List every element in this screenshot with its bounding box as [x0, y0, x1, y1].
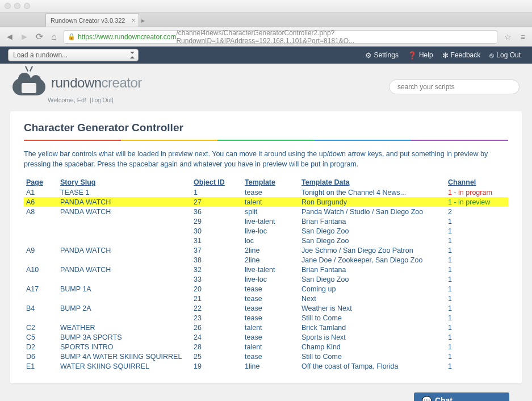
table-row[interactable]: B4BUMP 2A22teaseWeather is Next1: [24, 303, 508, 313]
address-bar[interactable]: 🔒 https://www.rundowncreator.com/channel…: [64, 30, 497, 44]
back-button[interactable]: ◄: [5, 32, 15, 42]
cell-page: [24, 216, 58, 226]
table-row[interactable]: 21teaseNext1: [24, 294, 508, 303]
help-link[interactable]: ❓Help: [408, 51, 433, 60]
table-row[interactable]: D2SPORTS INTRO28talentChamp Kind1: [24, 342, 508, 352]
cell-chan: 1 - in program: [446, 187, 508, 197]
table-row[interactable]: A8PANDA WATCH36splitPanda Watch / Studio…: [24, 207, 508, 216]
settings-link[interactable]: ⚙Settings: [365, 51, 399, 60]
logo[interactable]: rundowncreator: [12, 70, 142, 95]
table-row[interactable]: 31locSan Diego Zoo1: [24, 236, 508, 245]
cell-page: [24, 255, 58, 265]
header-page: Page: [24, 177, 58, 187]
table-row[interactable]: C2WEATHER26talentBrick Tamland1: [24, 323, 508, 332]
table-row[interactable]: 23teaseStill to Come1: [24, 313, 508, 323]
cell-obj: 32: [191, 265, 242, 274]
cell-data: Next: [299, 294, 446, 303]
cell-tpl: tease: [242, 352, 299, 361]
cell-page: D2: [24, 342, 58, 352]
header-slug: Story Slug: [58, 177, 191, 187]
cell-chan: 1: [446, 216, 508, 226]
url-path: /channel4news/CharacterGeneratorControll…: [176, 29, 493, 45]
table-row[interactable]: D6BUMP 4A WATER SKIING SQUIRREL25teaseSt…: [24, 352, 508, 361]
new-tab-icon[interactable]: ▸: [141, 16, 145, 27]
cell-slug: [58, 274, 191, 284]
cell-slug: PANDA WATCH: [58, 245, 191, 255]
cell-obj: 30: [191, 226, 242, 236]
cell-tpl: tease: [242, 332, 299, 342]
cell-page: A17: [24, 284, 58, 294]
cell-slug: BUMP 3A SPORTS: [58, 332, 191, 342]
help-label: Help: [419, 51, 433, 59]
browser-tab[interactable]: Rundown Creator v3.0.322 ×: [45, 13, 139, 27]
cell-tpl: talent: [242, 342, 299, 352]
table-row[interactable]: C5BUMP 3A SPORTS24teaseSports is Next1: [24, 332, 508, 342]
feedback-link[interactable]: ✻Feedback: [442, 51, 481, 60]
table-row[interactable]: A9PANDA WATCH372lineJoe Schmo / San Dieg…: [24, 245, 508, 255]
cell-data: Ron Burgundy: [299, 197, 446, 207]
forward-button[interactable]: ►: [19, 32, 30, 42]
cell-obj: 33: [191, 274, 242, 284]
cell-obj: 19: [191, 361, 242, 371]
cell-tpl: split: [242, 207, 299, 216]
cell-page: [24, 294, 58, 303]
cell-data: San Diego Zoo: [299, 274, 446, 284]
table-row[interactable]: 382lineJane Doe / Zookeeper, San Diego Z…: [24, 255, 508, 265]
cell-data: Brian Fantana: [299, 216, 446, 226]
cell-page: C5: [24, 332, 58, 342]
table-row[interactable]: A6PANDA WATCH27talentRon Burgundy1 - in …: [24, 197, 508, 207]
table-row[interactable]: 30live-locSan Diego Zoo1: [24, 226, 508, 236]
cell-obj: 20: [191, 284, 242, 294]
logout-small-link[interactable]: [Log Out]: [90, 97, 113, 103]
cell-slug: [58, 236, 191, 245]
header-template-data: Template Data: [299, 177, 446, 187]
cell-data: Tonight on the Channel 4 News...: [299, 187, 446, 197]
cell-slug: PANDA WATCH: [58, 265, 191, 274]
cell-data: Weather is Next: [299, 303, 446, 313]
bookmark-icon[interactable]: ☆: [502, 32, 514, 41]
cell-obj: 31: [191, 236, 242, 245]
cell-data: Champ Kind: [299, 342, 446, 352]
reload-button[interactable]: ⟳: [34, 32, 44, 42]
cell-slug: PANDA WATCH: [58, 197, 191, 207]
table-row[interactable]: A17BUMP 1A20teaseComing up1: [24, 284, 508, 294]
cell-data: Brian Fantana: [299, 265, 446, 274]
cell-data: Coming up: [299, 284, 446, 294]
logout-label: Log Out: [496, 51, 521, 59]
welcome-text: Welcome, Ed! [Log Out]: [48, 97, 142, 103]
close-window-dot[interactable]: [5, 3, 11, 9]
cell-tpl: 2line: [242, 255, 299, 265]
instructions-text: The yellow bar controls what will be loa…: [24, 149, 508, 169]
table-row[interactable]: 29live-talentBrian Fantana1: [24, 216, 508, 226]
close-tab-icon[interactable]: ×: [131, 16, 135, 24]
table-row[interactable]: A1TEASE 11teaseTonight on the Channel 4 …: [24, 187, 508, 197]
table-row[interactable]: A10PANDA WATCH32live-talentBrian Fantana…: [24, 265, 508, 274]
maximize-window-dot[interactable]: [24, 3, 30, 9]
cell-obj: 29: [191, 216, 242, 226]
browser-url-bar: ◄ ► ⟳ ⌂ 🔒 https://www.rundowncreator.com…: [0, 27, 532, 47]
search-input[interactable]: [389, 80, 520, 94]
cell-tpl: 2line: [242, 245, 299, 255]
browser-menu-icon[interactable]: ≡: [518, 32, 527, 41]
tab-title: Rundown Creator v3.0.322: [51, 17, 125, 24]
rundown-select[interactable]: Load a rundown...: [8, 49, 139, 61]
chat-icon: 💬: [422, 396, 432, 401]
cell-page: A9: [24, 245, 58, 255]
cell-data: Panda Watch / Studio / San Diego Zoo: [299, 207, 446, 216]
cell-slug: WEATHER: [58, 323, 191, 332]
minimize-window-dot[interactable]: [14, 3, 20, 9]
feedback-label: Feedback: [451, 51, 481, 59]
logout-link[interactable]: ⎋Log Out: [489, 51, 521, 60]
cell-slug: SPORTS INTRO: [58, 342, 191, 352]
cell-tpl: talent: [242, 197, 299, 207]
home-button[interactable]: ⌂: [49, 32, 59, 42]
help-icon: ❓: [408, 51, 417, 60]
table-row[interactable]: 33live-locSan Diego Zoo1: [24, 274, 508, 284]
cell-data: Sports is Next: [299, 332, 446, 342]
lock-icon: 🔒: [68, 33, 76, 40]
cell-chan: 1: [446, 245, 508, 255]
chat-button[interactable]: 💬 Chat: [414, 392, 509, 401]
table-row[interactable]: E1WATER SKIING SQUIRREL191lineOff the co…: [24, 361, 508, 371]
browser-tab-strip: Rundown Creator v3.0.322 × ▸: [0, 12, 532, 27]
cell-page: [24, 226, 58, 236]
